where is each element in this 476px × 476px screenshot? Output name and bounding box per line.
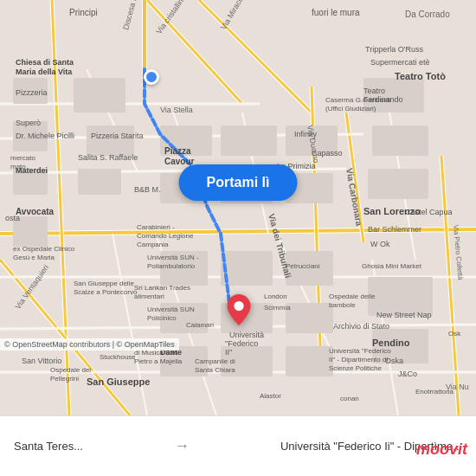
svg-text:ex Ospedale Clinico: ex Ospedale Clinico <box>13 245 75 253</box>
svg-text:London: London <box>264 293 287 300</box>
svg-text:Chiesa di Santa: Chiesa di Santa <box>16 58 74 67</box>
svg-text:Da Corrado: Da Corrado <box>405 10 450 19</box>
svg-text:Petrucciani: Petrucciani <box>286 262 320 270</box>
svg-text:Pizzzeria: Pizzzeria <box>16 88 48 97</box>
svg-text:II": II" <box>225 348 232 357</box>
bottom-bar: Santa Teres... → Università "Federico Ii… <box>0 415 476 476</box>
svg-text:bambole: bambole <box>329 301 356 309</box>
svg-text:Teatro: Teatro <box>363 87 385 95</box>
svg-rect-59 <box>286 346 333 376</box>
svg-rect-50 <box>221 251 273 286</box>
svg-text:B&B M.: B&B M. <box>134 185 161 194</box>
svg-text:Oska: Oska <box>385 357 403 365</box>
svg-text:Pietro a Majella: Pietro a Majella <box>134 357 183 365</box>
svg-text:Castel Capua: Castel Capua <box>405 208 453 216</box>
svg-text:Bar Schlemmer: Bar Schlemmer <box>368 225 421 234</box>
svg-text:Salita S. Raffaele: Salita S. Raffaele <box>78 153 138 162</box>
svg-rect-58 <box>286 303 333 333</box>
svg-text:Santa Chiara: Santa Chiara <box>195 366 235 374</box>
svg-text:Dr. Michele Picilli: Dr. Michele Picilli <box>16 132 74 140</box>
map-svg: Principi fuori le mura Da Corrado Chiesa… <box>0 0 476 415</box>
svg-text:San Vittorio: San Vittorio <box>22 357 61 365</box>
svg-text:Università SUN -: Università SUN - <box>147 254 199 261</box>
svg-text:Pellegrini: Pellegrini <box>50 375 79 383</box>
svg-rect-42 <box>368 169 428 199</box>
svg-text:Carabinieri -: Carabinieri - <box>137 223 175 231</box>
map-container: Principi fuori le mura Da Corrado Chiesa… <box>0 0 476 415</box>
svg-text:New Street Nap: New Street Nap <box>376 311 432 319</box>
svg-text:Via Stella: Via Stella <box>160 106 193 114</box>
svg-text:Ghosia Mini Market: Ghosia Mini Market <box>362 262 422 270</box>
svg-text:"Federico: "Federico <box>225 339 258 348</box>
svg-text:Pendino: Pendino <box>372 338 410 348</box>
svg-text:Scienze Politiche: Scienze Politiche <box>329 364 382 372</box>
svg-text:Stuckhouse: Stuckhouse <box>100 353 136 361</box>
svg-text:Enotrrattoria: Enotrrattoria <box>415 388 454 396</box>
svg-text:Campanile di: Campanile di <box>195 357 235 365</box>
svg-rect-46 <box>221 125 277 156</box>
svg-text:osta: osta <box>5 214 20 222</box>
svg-text:Piazza: Piazza <box>164 146 191 156</box>
moovit-logo: moovit <box>416 441 467 459</box>
svg-text:Superò: Superò <box>16 119 41 127</box>
svg-rect-41 <box>372 125 428 156</box>
svg-text:Principi: Principi <box>69 8 98 17</box>
origin-label: Santa Teres... <box>14 440 83 453</box>
svg-text:Scalze a Pontecorvo: Scalze a Pontecorvo <box>74 288 138 296</box>
origin-marker <box>144 69 159 85</box>
svg-text:Tripperla O'Russ: Tripperla O'Russ <box>365 45 423 54</box>
svg-text:fuori le mura: fuori le mura <box>312 8 360 17</box>
svg-text:Osk: Osk <box>448 330 461 338</box>
svg-text:Gesù e Maria: Gesù e Maria <box>13 254 55 261</box>
svg-text:Avvocata: Avvocata <box>16 207 55 216</box>
portami-button[interactable]: Portami lì <box>179 164 298 201</box>
svg-text:Supermercati etè: Supermercati etè <box>370 58 430 67</box>
svg-text:mato: mato <box>10 163 26 170</box>
svg-text:Policinico: Policinico <box>147 314 177 322</box>
svg-text:Ospedale delle: Ospedale delle <box>329 293 376 300</box>
map-attribution: © OpenStreetMap contributors | © OpenMap… <box>0 338 179 351</box>
svg-text:San Giuseppe delle: San Giuseppe delle <box>74 280 134 287</box>
svg-point-152 <box>234 301 243 311</box>
svg-text:Ospedale dei: Ospedale dei <box>50 366 91 374</box>
svg-text:Campania: Campania <box>137 241 169 248</box>
svg-rect-33 <box>74 78 125 113</box>
svg-rect-34 <box>87 125 134 156</box>
svg-text:Comando Legione: Comando Legione <box>137 232 194 240</box>
svg-text:San Giuseppe: San Giuseppe <box>87 376 150 387</box>
svg-text:mercato: mercato <box>10 154 35 162</box>
svg-text:Università: Università <box>229 331 264 339</box>
svg-text:alimentari: alimentari <box>134 293 164 300</box>
svg-text:conan: conan <box>340 395 359 402</box>
svg-text:Università "Federico: Università "Federico <box>329 347 391 355</box>
svg-text:Pollambulatorio: Pollambulatorio <box>147 262 196 270</box>
svg-text:Università SUN: Università SUN <box>147 306 195 313</box>
svg-text:Scimmia: Scimmia <box>264 304 291 312</box>
svg-text:Caserma G.Garibaldi: Caserma G.Garibaldi <box>325 96 390 104</box>
svg-text:II" - Dipartimento di: II" - Dipartimento di <box>329 356 388 363</box>
destination-marker <box>227 294 251 329</box>
arrow-icon: → <box>174 437 190 455</box>
svg-text:Maria della Vita: Maria della Vita <box>16 68 73 76</box>
svg-text:Pizzeria Starita: Pizzeria Starita <box>91 132 144 140</box>
svg-text:(Uffici Giudiziari): (Uffici Giudiziari) <box>325 105 376 113</box>
svg-text:Archivio di Stato: Archivio di Stato <box>333 322 389 331</box>
svg-text:Calamari: Calamari <box>186 321 214 329</box>
svg-text:J&Co: J&Co <box>398 370 417 378</box>
svg-text:W Ok: W Ok <box>370 240 390 248</box>
svg-rect-35 <box>78 169 121 195</box>
svg-text:Sri Lankan Trades: Sri Lankan Trades <box>134 284 190 292</box>
svg-text:Alastor: Alastor <box>260 392 281 400</box>
svg-text:Teatro Totò: Teatro Totò <box>395 71 446 81</box>
